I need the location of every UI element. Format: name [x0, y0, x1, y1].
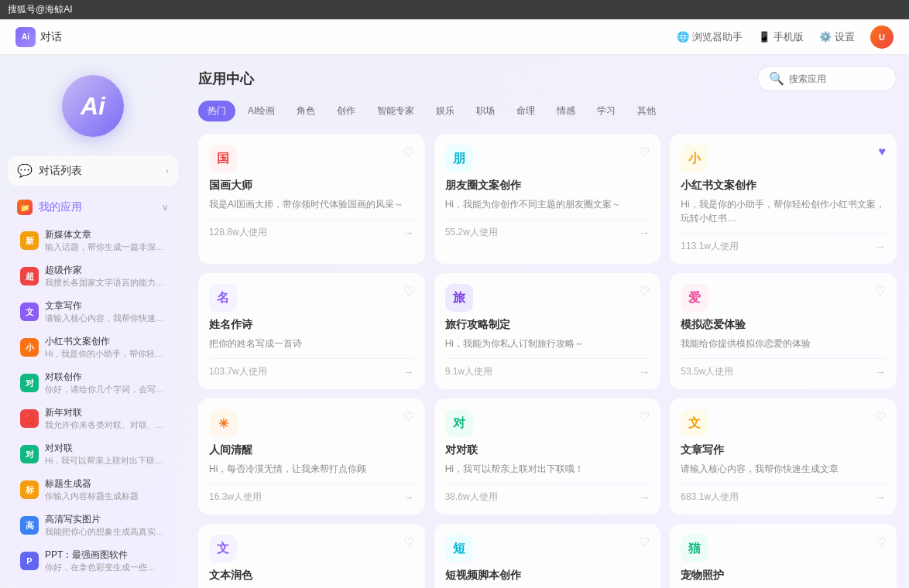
- settings-label: 设置: [835, 30, 855, 44]
- sidebar-app-item[interactable]: 新 新媒体文章 输入话题，帮你生成一篇非深…: [17, 223, 169, 258]
- conversation-list-button[interactable]: 💬 对话列表 ›: [8, 156, 178, 186]
- category-tab[interactable]: 其他: [628, 101, 665, 121]
- app-card[interactable]: 猫 ♡ 宠物照护: [670, 524, 897, 588]
- app-user-count: 16.3w人使用: [209, 491, 262, 504]
- ai-logo-area: Ai: [8, 67, 178, 149]
- sidebar-apps-list: 新 新媒体文章 输入话题，帮你生成一篇非深… 超 超级作家 我擅长各国家文字语言…: [17, 223, 169, 579]
- favorite-icon[interactable]: ♡: [875, 284, 886, 299]
- app-card[interactable]: 名 ♡ 姓名作诗 把你的姓名写成一首诗 103.7w人使用 →: [198, 273, 425, 389]
- category-tab[interactable]: 创作: [328, 101, 365, 121]
- category-tab[interactable]: 命理: [507, 101, 544, 121]
- app-name: PPT：最强画图软件: [45, 549, 166, 562]
- content-header: 应用中心 🔍: [198, 66, 897, 91]
- app-card-title: 对对联: [445, 443, 650, 457]
- category-tab[interactable]: AI绘画: [238, 101, 284, 121]
- app-card[interactable]: 爱 ♡ 模拟恋爱体验 我能给你提供模拟你恋爱的体验 53.5w人使用 →: [670, 273, 897, 389]
- favorite-icon[interactable]: ♡: [639, 284, 650, 299]
- app-info: 新媒体文章 输入话题，帮你生成一篇非深…: [45, 228, 166, 253]
- app-card-title: 人间清醒: [209, 443, 414, 457]
- app-card[interactable]: 国 ♡ 国画大师 我是AI国画大师，带你领时代体验国画的风采～ 128.8w人使…: [198, 134, 425, 264]
- app-card-footer: 128.8w人使用 →: [209, 219, 414, 239]
- app-card-desc: Hi，我能为你私人订制旅行攻略～: [445, 337, 650, 350]
- my-apps-chevron: ∨: [162, 202, 169, 213]
- sidebar-app-item[interactable]: 文 文章写作 请输入核心内容，我帮你快速生…: [17, 294, 169, 330]
- app-name: 新年对联: [45, 406, 166, 419]
- app-card[interactable]: ✳ ♡ 人间清醒 Hi，每否冷漠无情，让我来帮打点你顾 16.3w人使用 →: [198, 398, 425, 514]
- search-input[interactable]: [789, 74, 885, 84]
- sidebar-app-item[interactable]: P PPT：最强画图软件 你好，在拿色彩变生成一些…: [17, 543, 169, 579]
- category-tab[interactable]: 热门: [198, 101, 235, 121]
- category-tab[interactable]: 娱乐: [427, 101, 464, 121]
- app-card-icon: 短: [445, 535, 473, 562]
- favorite-icon[interactable]: ♡: [639, 145, 650, 159]
- app-card-title: 文章写作: [681, 443, 886, 457]
- category-tab[interactable]: 情感: [547, 101, 585, 121]
- sidebar-app-item[interactable]: 小 小红书文案创作 Hi，我是你的小助手，帮你轻松…: [17, 330, 169, 365]
- app-card-desc: Hi，我可以帮亲上联对出下联哦！: [445, 462, 650, 476]
- nav-logo[interactable]: Ai 对话: [15, 27, 62, 47]
- sidebar-app-item[interactable]: 对 对联创作 你好，请给你几个字词，会写出…: [17, 365, 169, 401]
- app-user-count: 53.5w人使用: [681, 365, 733, 378]
- app-card[interactable]: 文 ♡ 文本润色: [198, 524, 425, 588]
- app-card-desc: Hi，每否冷漠无情，让我来帮打点你顾: [209, 462, 414, 476]
- favorite-icon[interactable]: ♡: [403, 535, 414, 549]
- category-tab[interactable]: 职场: [467, 101, 504, 121]
- app-card-header: 猫 ♡: [681, 535, 886, 562]
- app-desc: 你好，在拿色彩变生成一些…: [45, 562, 166, 573]
- app-card-header: 对 ♡: [445, 409, 650, 437]
- app-card-title: 短视频脚本创作: [445, 569, 650, 583]
- app-card[interactable]: 旅 ♡ 旅行攻略制定 Hi，我能为你私人订制旅行攻略～ 9.1w人使用 →: [434, 273, 661, 389]
- favorite-icon[interactable]: ♡: [403, 409, 414, 424]
- app-badge: 标: [20, 480, 39, 499]
- app-name: 标题生成器: [45, 477, 166, 491]
- user-avatar[interactable]: U: [870, 26, 894, 49]
- category-tab[interactable]: 智能专家: [368, 101, 424, 121]
- sidebar-app-item[interactable]: 标 标题生成器 你输入内容标题生成标题: [17, 472, 169, 508]
- favorite-icon[interactable]: ♥: [878, 145, 886, 159]
- app-info: PPT：最强画图软件 你好，在拿色彩变生成一些…: [45, 549, 166, 573]
- app-card[interactable]: 朋 ♡ 朋友圈文案创作 Hi，我能为你创作不同主题的朋友圈文案～ 55.2w人使…: [434, 134, 661, 264]
- app-card[interactable]: 短 ♡ 短视频脚本创作: [434, 524, 661, 588]
- top-nav: Ai 对话 🌐 浏览器助手 📱 手机版 ⚙️ 设置 U: [0, 19, 909, 55]
- main-layout: Ai 💬 对话列表 › 📁 我的应用 ∨ 新 新媒体文章: [0, 55, 909, 588]
- browser-helper-label: 浏览器助手: [692, 30, 743, 44]
- category-tab[interactable]: 角色: [287, 101, 324, 121]
- my-apps-icon: 📁: [17, 200, 33, 215]
- favorite-icon[interactable]: ♡: [639, 409, 650, 424]
- app-card[interactable]: 小 ♥ 小红书文案创作 Hi，我是你的小助手，帮你轻松创作小红书文案，玩转小红书…: [670, 134, 897, 264]
- app-card-title: 姓名作诗: [209, 318, 414, 332]
- app-card[interactable]: 对 ♡ 对对联 Hi，我可以帮亲上联对出下联哦！ 38.6w人使用 →: [434, 398, 661, 514]
- browser-helper-button[interactable]: 🌐 浏览器助手: [677, 30, 743, 44]
- search-box[interactable]: 🔍: [757, 66, 897, 91]
- app-grid: 国 ♡ 国画大师 我是AI国画大师，带你领时代体验国画的风采～ 128.8w人使…: [198, 134, 897, 588]
- sidebar-app-item[interactable]: 高 高清写实图片 我能把你心的想象生成高真实图像…: [17, 508, 169, 543]
- app-user-count: 128.8w人使用: [209, 226, 267, 239]
- sidebar-app-item[interactable]: 对 对对联 Hi，我可以帮亲上联对出下联哦！: [17, 436, 169, 472]
- app-card[interactable]: 文 ♡ 文章写作 请输入核心内容，我帮你快速生成文章 683.1w人使用 →: [670, 398, 897, 514]
- app-name: 高清写实图片: [45, 513, 166, 526]
- app-card-footer: 9.1w人使用 →: [445, 358, 650, 378]
- app-arrow-icon: →: [875, 491, 886, 504]
- app-card-icon: 猫: [681, 535, 708, 562]
- favorite-icon[interactable]: ♡: [403, 145, 414, 159]
- app-card-desc: Hi，我是你的小助手，帮你轻松创作小红书文案，玩转小红书…: [681, 197, 886, 225]
- app-info: 对对联 Hi，我可以帮亲上联对出下联哦！: [45, 442, 166, 467]
- app-card-title: 宠物照护: [681, 569, 886, 583]
- app-arrow-icon: →: [403, 227, 414, 239]
- app-desc: 我能把你心的想象生成高真实图像…: [45, 526, 166, 538]
- settings-button[interactable]: ⚙️ 设置: [819, 30, 855, 44]
- favorite-icon[interactable]: ♡: [875, 535, 886, 549]
- app-desc: 你输入内容标题生成标题: [45, 491, 166, 502]
- app-card-footer: 16.3w人使用 →: [209, 484, 414, 504]
- sidebar-app-item[interactable]: 超 超级作家 我擅长各国家文字语言的能力为你的…: [17, 258, 169, 294]
- app-badge: 文: [20, 303, 39, 321]
- app-arrow-icon: →: [403, 366, 414, 378]
- category-tab[interactable]: 学习: [588, 101, 625, 121]
- favorite-icon[interactable]: ♡: [875, 409, 886, 424]
- sidebar-app-item[interactable]: 🔴 新年对联 我允许你来各类对联、对联、风目清…: [17, 401, 169, 436]
- favorite-icon[interactable]: ♡: [639, 535, 650, 549]
- favorite-icon[interactable]: ♡: [403, 284, 414, 299]
- mobile-button[interactable]: 📱 手机版: [758, 30, 804, 44]
- content-area: 应用中心 🔍 热门AI绘画角色创作智能专家娱乐职场命理情感学习其他 国 ♡ 国画…: [186, 55, 909, 588]
- app-card-icon: 小: [681, 145, 708, 173]
